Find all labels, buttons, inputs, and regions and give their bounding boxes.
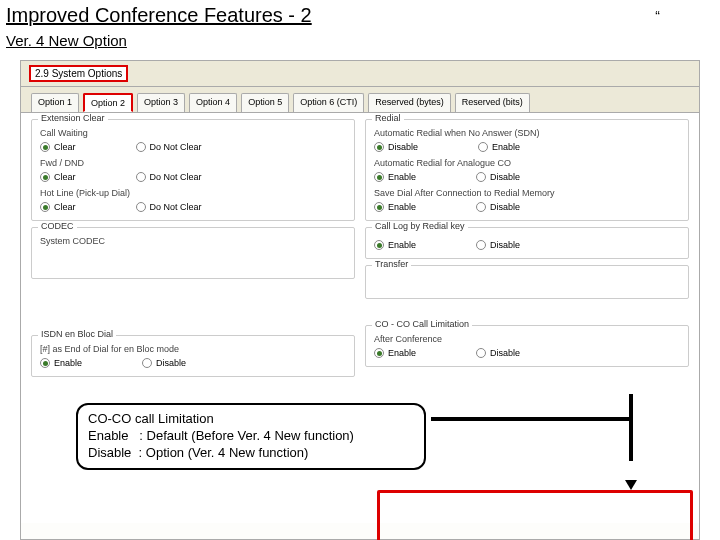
radio-analog-enable[interactable]: Enable: [374, 172, 416, 182]
radio-coco-enable[interactable]: Enable: [374, 348, 416, 358]
radio-calllog-disable[interactable]: Disable: [476, 240, 520, 250]
label-after-conference: After Conference: [374, 334, 680, 344]
radio-hotline-clear[interactable]: Clear: [40, 202, 76, 212]
radio-call-waiting-clear[interactable]: Clear: [40, 142, 76, 152]
radio-coco-disable[interactable]: Disable: [476, 348, 520, 358]
tab-option6[interactable]: Option 6 (CTI): [293, 93, 364, 112]
group-call-log: Call Log by Redial key Enable Disable: [365, 227, 689, 259]
radio-call-waiting-notclear[interactable]: Do Not Clear: [136, 142, 202, 152]
tab-reserved-bits[interactable]: Reserved (bits): [455, 93, 530, 112]
label-save-dial: Save Dial After Connection to Redial Mem…: [374, 188, 680, 198]
radio-sdn-enable[interactable]: Enable: [478, 142, 520, 152]
radio-isdn-disable[interactable]: Disable: [142, 358, 186, 368]
group-transfer: Transfer: [365, 265, 689, 299]
callout-line1: CO-CO call Limitation: [88, 411, 414, 428]
form-area: Extension Clear Call Waiting Clear Do No…: [21, 113, 699, 523]
callout-line2: Enable : Default (Before Ver. 4 New func…: [88, 428, 414, 445]
group-title: Transfer: [372, 259, 411, 269]
window-titlebar: 2.9 System Options: [21, 61, 699, 87]
quote-mark: “: [655, 8, 660, 24]
group-title: Call Log by Redial key: [372, 221, 468, 231]
group-title: Extension Clear: [38, 113, 108, 123]
tab-reserved-bytes[interactable]: Reserved (bytes): [368, 93, 451, 112]
tab-option3[interactable]: Option 3: [137, 93, 185, 112]
label-isdn-enbloc: [#] as End of Dial for en Bloc mode: [40, 344, 346, 354]
group-codec: CODEC System CODEC: [31, 227, 355, 279]
group-redial: Redial Automatic Redial when No Answer (…: [365, 119, 689, 221]
options-panel: 2.9 System Options Option 1 Option 2 Opt…: [20, 60, 700, 540]
page-title: Improved Conference Features - 2: [6, 4, 312, 27]
group-extension-clear: Extension Clear Call Waiting Clear Do No…: [31, 119, 355, 221]
radio-sdn-disable[interactable]: Disable: [374, 142, 418, 152]
radio-savedial-disable[interactable]: Disable: [476, 202, 520, 212]
radio-hotline-notclear[interactable]: Do Not Clear: [136, 202, 202, 212]
label-system-codec: System CODEC: [40, 236, 346, 246]
group-title: ISDN en Bloc Dial: [38, 329, 116, 339]
label-auto-analog: Automatic Redial for Analogue CO: [374, 158, 680, 168]
radio-calllog-enable[interactable]: Enable: [374, 240, 416, 250]
label-fwd-dnd: Fwd / DND: [40, 158, 346, 168]
page-subtitle: Ver. 4 New Option: [6, 32, 127, 49]
tab-option2[interactable]: Option 2: [83, 93, 133, 112]
label-hotline: Hot Line (Pick-up Dial): [40, 188, 346, 198]
radio-fwd-clear[interactable]: Clear: [40, 172, 76, 182]
group-title: CODEC: [38, 221, 77, 231]
tab-option5[interactable]: Option 5: [241, 93, 289, 112]
label-call-waiting: Call Waiting: [40, 128, 346, 138]
group-title: CO - CO Call Limitation: [372, 319, 472, 329]
arrow-connector: [431, 417, 631, 421]
callout-line3: Disable : Option (Ver. 4 New function): [88, 445, 414, 462]
arrow-head-icon: [625, 480, 637, 490]
tab-option4[interactable]: Option 4: [189, 93, 237, 112]
radio-fwd-notclear[interactable]: Do Not Clear: [136, 172, 202, 182]
radio-savedial-enable[interactable]: Enable: [374, 202, 416, 212]
radio-isdn-enable[interactable]: Enable: [40, 358, 82, 368]
group-isdn: ISDN en Bloc Dial [#] as End of Dial for…: [31, 335, 355, 377]
window-title: 2.9 System Options: [29, 65, 128, 82]
label-auto-sdn: Automatic Redial when No Answer (SDN): [374, 128, 680, 138]
group-title: Redial: [372, 113, 404, 123]
callout-box: CO-CO call Limitation Enable : Default (…: [76, 403, 426, 470]
tab-bar: Option 1 Option 2 Option 3 Option 4 Opti…: [21, 87, 699, 113]
tab-option1[interactable]: Option 1: [31, 93, 79, 112]
radio-analog-disable[interactable]: Disable: [476, 172, 520, 182]
group-coco-limitation: CO - CO Call Limitation After Conference…: [365, 325, 689, 367]
